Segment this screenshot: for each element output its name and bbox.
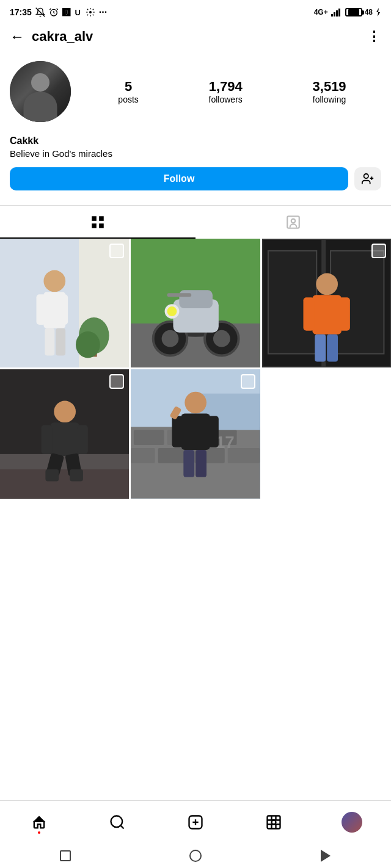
page-header: ← cakra_alv ⋮ [0,22,391,51]
svg-point-16 [291,219,296,223]
post-5-image: 17 [131,369,260,498]
following-count: 3,519 [313,79,346,95]
more-options-button[interactable]: ⋮ [367,29,381,45]
select-indicator-5 [241,374,255,389]
followers-count: 1,794 [209,79,243,95]
svg-point-83 [111,816,123,828]
photo-grid: 17 [0,239,391,499]
select-indicator-1 [109,244,124,258]
svg-rect-13 [92,223,97,228]
home-indicator [38,831,40,834]
svg-rect-48 [303,297,314,331]
svg-rect-67 [134,430,164,446]
alarm-icon [49,7,59,17]
post-1-image [0,239,129,367]
svg-rect-81 [196,450,206,477]
post-2-image [131,239,260,367]
avatar[interactable] [10,61,71,122]
svg-rect-77 [181,414,211,450]
svg-point-2 [89,11,92,13]
svg-rect-58 [41,425,52,455]
profile-top: 5 posts 1,794 followers 3,519 following [10,61,381,122]
status-icons: 🅾 U [62,8,82,17]
posts-stat[interactable]: 5 posts [118,79,138,104]
svg-rect-47 [312,295,342,334]
svg-rect-38 [167,293,192,297]
sys-recent-button[interactable] [56,850,75,862]
svg-rect-57 [50,423,79,457]
more-dots: ··· [99,7,107,18]
svg-rect-55 [0,454,129,469]
battery-icon [345,8,362,16]
add-friend-button[interactable] [354,167,381,190]
home-icon [31,814,48,831]
svg-rect-51 [327,335,338,362]
svg-point-56 [54,401,76,423]
svg-rect-3 [331,14,333,16]
svg-point-35 [213,330,230,347]
svg-rect-14 [99,223,104,228]
nav-create[interactable] [180,807,211,837]
svg-line-84 [120,825,123,828]
battery-level: 48 [365,8,373,16]
svg-rect-70 [131,448,155,463]
followers-stat[interactable]: 1,794 followers [209,79,243,104]
svg-rect-4 [334,12,335,16]
follow-button[interactable]: Follow [10,167,348,190]
post-4[interactable] [0,369,129,498]
svg-rect-88 [268,816,280,829]
svg-rect-63 [70,469,83,482]
post-5[interactable]: 17 [131,369,260,498]
svg-rect-12 [99,216,104,221]
svg-rect-25 [37,294,46,325]
following-stat[interactable]: 3,519 following [313,79,346,104]
nav-profile[interactable] [337,807,367,837]
svg-line-0 [35,8,45,17]
svg-rect-28 [56,328,65,356]
system-nav [0,844,391,868]
status-bar: 17:35 🅾 U ··· 4G+ [0,0,391,22]
following-label: following [313,95,346,104]
time: 17:35 [10,7,32,17]
svg-rect-49 [339,297,350,331]
grid-icon [90,214,106,230]
svg-rect-78 [172,416,183,448]
post-3-image [262,239,391,367]
network-type: 4G+ [314,8,328,16]
tab-grid[interactable] [0,206,196,239]
home-circle-icon [189,850,202,862]
post-3[interactable] [262,239,391,367]
reels-icon [265,814,282,831]
svg-rect-26 [58,294,68,325]
svg-rect-54 [0,466,129,499]
display-name: Cakkk [10,136,381,146]
posts-label: posts [118,95,138,104]
svg-rect-80 [184,450,195,477]
nav-home[interactable] [24,807,54,837]
nav-reels[interactable] [258,807,289,837]
post-4-image [0,369,129,498]
svg-rect-37 [180,290,213,308]
post-2[interactable] [131,239,260,367]
svg-rect-79 [208,416,219,448]
svg-point-46 [316,273,338,295]
charging-icon [375,8,381,16]
settings-icon [86,7,95,17]
post-1[interactable] [0,239,129,367]
tab-tagged[interactable] [196,206,391,239]
select-indicator-4 [109,374,124,389]
stats-container: 5 posts 1,794 followers 3,519 following [83,79,381,104]
followers-label: followers [209,95,243,104]
avatar-image [10,61,71,122]
sys-back-button[interactable] [316,850,335,862]
svg-point-76 [185,392,207,414]
signal-icon [331,8,343,16]
nav-search[interactable] [102,807,133,837]
sys-home-button[interactable] [186,850,205,862]
svg-rect-6 [338,9,340,16]
bottom-nav [0,800,391,844]
profile-tabs [0,205,391,239]
posts-count: 5 [118,79,138,95]
add-person-icon [361,172,375,186]
back-button[interactable]: ← [10,28,24,45]
